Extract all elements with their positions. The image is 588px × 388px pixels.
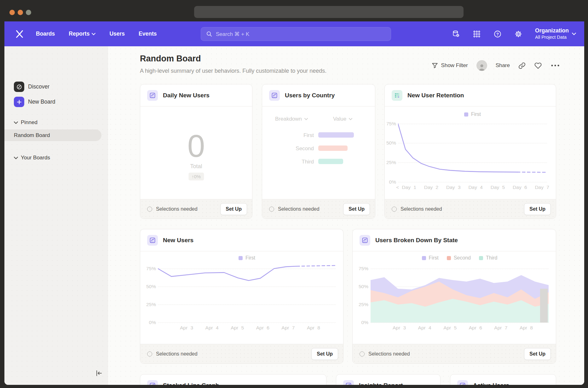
legend-item-first: First <box>422 255 439 261</box>
chevron-down-icon <box>572 32 576 35</box>
y-axis-labels: 75% 50% 25% 0% <box>140 261 156 322</box>
retention-grid-icon <box>392 90 402 101</box>
app-window: Boards Reports Users Events Search ⌘ + K <box>4 21 584 385</box>
status-text: Selections needed <box>368 351 410 357</box>
set-up-button[interactable]: Set Up <box>220 203 247 215</box>
legend-swatch <box>479 256 483 260</box>
copy-link-icon[interactable] <box>518 62 526 69</box>
share-button[interactable]: Share <box>496 62 510 69</box>
card-title: Stacked Line Graph <box>163 382 219 385</box>
favorite-heart-icon[interactable] <box>534 62 542 69</box>
bar-third <box>318 159 343 164</box>
sidebar: Discover New Board Pinned Random Board <box>4 46 108 385</box>
apps-grid-icon[interactable] <box>473 30 481 38</box>
help-icon[interactable]: ? <box>493 30 502 38</box>
legend-swatch <box>422 256 426 260</box>
legend-swatch <box>447 256 451 260</box>
collapse-sidebar-icon[interactable] <box>95 369 103 377</box>
nav-item-events[interactable]: Events <box>139 31 157 37</box>
card-users-by-state: Users Broken Down By State First Second … <box>352 229 556 364</box>
sidebar-item-label: Discover <box>28 83 49 90</box>
nav-item-boards[interactable]: Boards <box>36 31 55 37</box>
sidebar-item-label: New Board <box>28 99 55 105</box>
card-stacked-line-graph: Stacked Line Graph <box>140 374 326 385</box>
set-up-button[interactable]: Set Up <box>524 203 551 215</box>
insights-chart-icon <box>360 235 370 246</box>
avatar[interactable] <box>476 60 487 71</box>
show-filter-button[interactable]: Show Filter <box>431 62 468 69</box>
legend-item-first: First <box>239 255 255 261</box>
search-placeholder: Search ⌘ + K <box>216 31 249 37</box>
nav-item-users[interactable]: Users <box>109 31 125 37</box>
value-dropdown[interactable]: Value <box>333 116 352 122</box>
sidebar-item-discover[interactable]: Discover <box>14 82 49 92</box>
page-title: Random Board <box>140 54 201 64</box>
org-switcher[interactable]: Organization All Project Data <box>535 27 576 40</box>
y-axis-labels: 75% 50% 25% 0% <box>385 116 396 182</box>
sidebar-section-pinned[interactable]: Pinned <box>14 119 37 126</box>
mixpanel-logo-icon[interactable] <box>15 30 24 38</box>
card-new-user-retention: New User Retention First 75% 50% 25% 0% <box>384 84 556 219</box>
person-icon <box>478 63 486 71</box>
browser-url-bar[interactable] <box>194 6 464 18</box>
traffic-light-close[interactable] <box>9 10 15 15</box>
svg-text:?: ? <box>496 31 499 36</box>
card-title: Insights Report <box>359 382 403 385</box>
sidebar-item-random-board[interactable]: Random Board <box>4 129 101 141</box>
more-options-icon[interactable] <box>551 64 560 67</box>
chevron-down-icon <box>14 157 18 159</box>
x-axis-labels: Apr 3Apr 4 Apr 5Apr 6 Apr 7Apr 8 <box>158 325 336 331</box>
bar-label: First <box>275 132 314 139</box>
status-circle-icon <box>360 351 365 357</box>
search-input[interactable]: Search ⌘ + K <box>201 27 391 41</box>
breakdown-dropdown[interactable]: Breakdown <box>275 116 308 122</box>
filter-funnel-icon <box>431 62 438 69</box>
new-users-chart-plot <box>158 261 336 322</box>
bar-first <box>318 132 354 138</box>
sidebar-item-new-board[interactable]: New Board <box>14 97 55 107</box>
x-axis-labels: < Day 1Day 2 Day 3Day 4 Day 5Day 6 Day 7 <box>396 185 549 190</box>
insights-chart-icon <box>147 380 158 385</box>
insights-chart-icon <box>343 380 354 385</box>
state-stacked-area-chart <box>371 261 549 322</box>
traffic-light-minimize[interactable] <box>18 10 23 15</box>
data-management-icon[interactable] <box>452 30 460 38</box>
card-users-by-country: Users by Country Breakdown Value First S… <box>262 84 375 219</box>
insights-chart-icon <box>269 90 280 101</box>
status-circle-icon <box>392 207 397 212</box>
compass-icon <box>14 82 24 92</box>
legend-swatch <box>239 256 243 260</box>
card-title: Active Users <box>473 382 509 385</box>
traffic-light-zoom[interactable] <box>26 10 31 15</box>
status-circle-icon <box>147 351 152 357</box>
card-daily-new-users: Daily New Users 0 Total ↑0% Selections n… <box>140 84 252 219</box>
retention-line-chart <box>398 116 547 182</box>
set-up-button[interactable]: Set Up <box>343 203 370 215</box>
org-project: All Project Data <box>535 34 569 40</box>
nav-item-reports[interactable]: Reports <box>69 31 95 37</box>
metric-value: 0 <box>140 128 252 163</box>
set-up-button[interactable]: Set Up <box>311 348 338 360</box>
metric-label: Total <box>140 163 252 170</box>
insights-chart-icon <box>147 235 158 246</box>
card-active-users: Active Users <box>450 374 556 385</box>
card-title: Users by Country <box>285 92 335 99</box>
card-title: New User Retention <box>407 92 464 99</box>
top-nav: Boards Reports Users Events Search ⌘ + K <box>4 21 584 46</box>
page-subtitle: A high-level summary of user behaviors. … <box>140 68 326 74</box>
sidebar-section-your-boards[interactable]: Your Boards <box>14 155 50 161</box>
y-axis-labels: 75% 50% 25% 0% <box>353 261 368 322</box>
bar-second <box>318 146 348 151</box>
plus-icon <box>14 97 24 107</box>
status-text: Selections needed <box>156 351 198 357</box>
insights-chart-icon <box>147 90 158 101</box>
retention-chart-plot <box>398 116 547 182</box>
set-up-button[interactable]: Set Up <box>524 348 551 360</box>
status-circle-icon <box>269 207 274 212</box>
legend-item-third: Third <box>479 255 497 261</box>
chevron-down-icon <box>304 118 308 120</box>
settings-gear-icon[interactable] <box>514 30 522 38</box>
legend-item-second: Second <box>447 255 471 261</box>
card-title: Users Broken Down By State <box>375 237 458 244</box>
chevron-down-icon <box>349 118 352 120</box>
